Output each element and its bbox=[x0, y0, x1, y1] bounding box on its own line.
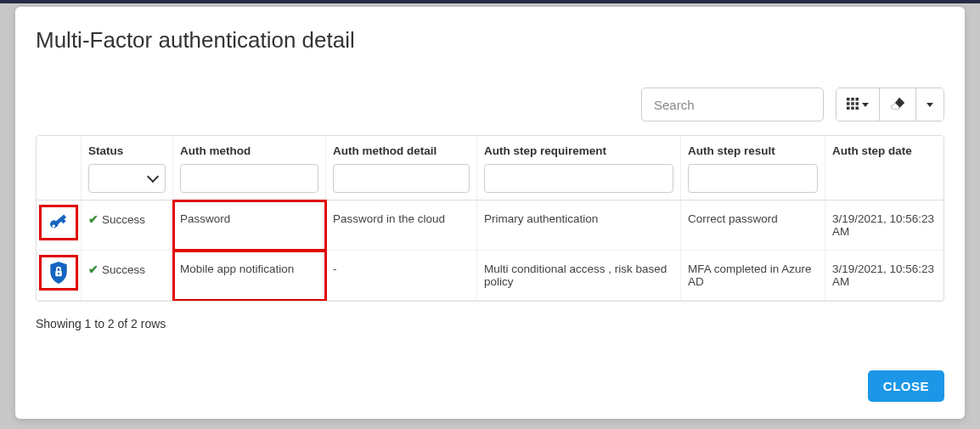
status-cell: ✔Success bbox=[82, 251, 173, 301]
table-row: ✔Success Mobile app notification - Multi… bbox=[37, 251, 943, 301]
svg-rect-6 bbox=[847, 106, 850, 110]
svg-rect-0 bbox=[847, 98, 850, 101]
check-icon: ✔ bbox=[88, 213, 99, 226]
method-filter-input[interactable] bbox=[180, 164, 318, 193]
modal-footer: CLOSE bbox=[36, 345, 944, 402]
table-header-row: Status Auth method Auth method detail bbox=[37, 136, 943, 200]
export-dropdown-button[interactable] bbox=[915, 88, 943, 121]
table-footer-info: Showing 1 to 2 of 2 rows bbox=[36, 317, 944, 330]
search-input[interactable] bbox=[641, 87, 824, 121]
modal-title: Multi-Factor authentication detail bbox=[36, 27, 944, 54]
eraser-icon bbox=[890, 97, 905, 113]
caret-down-icon bbox=[862, 103, 869, 107]
result-filter-input[interactable] bbox=[688, 164, 818, 193]
close-button[interactable]: CLOSE bbox=[868, 370, 944, 402]
col-header-status[interactable]: Status bbox=[82, 136, 173, 200]
svg-rect-4 bbox=[851, 102, 854, 105]
erase-filters-button[interactable] bbox=[879, 88, 915, 121]
caret-down-icon bbox=[926, 103, 933, 107]
key-icon bbox=[40, 206, 77, 240]
shield-lock-icon bbox=[40, 256, 77, 290]
svg-rect-5 bbox=[856, 102, 859, 105]
table-row: ✔Success Password Password in the cloud … bbox=[37, 200, 943, 251]
check-icon: ✔ bbox=[88, 263, 99, 276]
col-header-date[interactable]: Auth step date bbox=[825, 136, 944, 200]
svg-rect-7 bbox=[851, 106, 854, 110]
svg-rect-2 bbox=[856, 98, 859, 101]
detail-filter-input[interactable] bbox=[333, 164, 470, 193]
date-cell: 3/19/2021, 10:56:23 AM bbox=[825, 200, 944, 251]
result-cell: MFA completed in Azure AD bbox=[681, 251, 825, 301]
method-cell: Mobile app notification bbox=[173, 251, 326, 301]
status-filter-select[interactable] bbox=[88, 164, 166, 193]
status-cell: ✔Success bbox=[82, 200, 173, 251]
detail-cell: Password in the cloud bbox=[326, 200, 477, 251]
col-header-requirement[interactable]: Auth step requirement bbox=[477, 136, 681, 200]
table-toolbar bbox=[36, 87, 944, 121]
svg-rect-8 bbox=[856, 106, 859, 110]
toolbar-button-group bbox=[836, 87, 944, 121]
col-header-method[interactable]: Auth method bbox=[173, 136, 326, 200]
requirement-filter-input[interactable] bbox=[484, 164, 673, 193]
svg-rect-1 bbox=[851, 98, 854, 101]
svg-point-10 bbox=[58, 273, 59, 274]
svg-rect-3 bbox=[847, 102, 850, 105]
columns-button[interactable] bbox=[836, 88, 879, 121]
requirement-cell: Multi conditional access , risk based po… bbox=[477, 251, 681, 301]
result-cell: Correct password bbox=[681, 200, 825, 251]
col-header-detail[interactable]: Auth method detail bbox=[326, 136, 477, 200]
col-header-result[interactable]: Auth step result bbox=[681, 136, 825, 200]
method-cell: Password bbox=[173, 200, 326, 251]
requirement-cell: Primary authentication bbox=[477, 200, 681, 251]
date-cell: 3/19/2021, 10:56:23 AM bbox=[825, 251, 944, 301]
detail-cell: - bbox=[326, 251, 477, 301]
grid-icon bbox=[847, 98, 859, 112]
mfa-detail-modal: Multi-Factor authentication detail bbox=[15, 7, 965, 419]
mfa-table: Status Auth method Auth method detail bbox=[36, 135, 944, 302]
